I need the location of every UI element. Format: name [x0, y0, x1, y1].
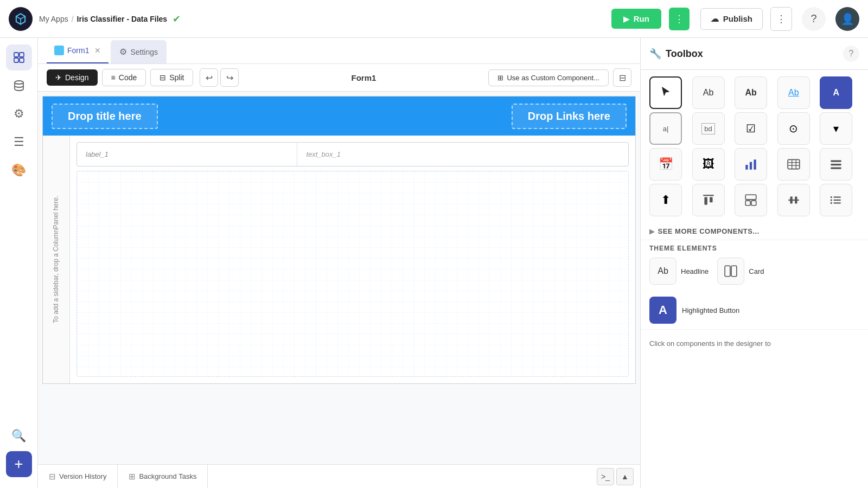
custom-component-label: Use as Custom Component... [507, 74, 599, 82]
sidebar-designer-icon[interactable] [6, 44, 32, 70]
svg-rect-3 [14, 58, 18, 62]
tab-settings[interactable]: ⚙ Settings [111, 40, 167, 63]
highlighted-button-item[interactable]: A Highlighted Button [641, 291, 868, 329]
form1-tab-close[interactable]: ✕ [94, 46, 101, 55]
publish-button[interactable]: ☁ Publish [700, 8, 763, 30]
toolbox-grid: Ab Ab Ab A a| bd ☑ ⊙ ▾ 📅 🖼 [641, 70, 868, 223]
svg-rect-25 [795, 197, 797, 204]
app-link[interactable]: My Apps [39, 15, 68, 23]
undo-button[interactable]: ↩ [200, 68, 218, 87]
custom-component-icon: ⊞ [497, 74, 503, 82]
sidebar-list-icon[interactable]: ☰ [6, 129, 32, 155]
breadcrumb: My Apps / Iris Classifier - Data Files ✔ [39, 13, 181, 25]
nav-drop-title[interactable]: Drop title here [52, 104, 158, 129]
sidebar-theme-icon[interactable]: 🎨 [6, 157, 32, 183]
tool-input-bd[interactable]: bd [692, 112, 725, 145]
tool-calendar[interactable]: 📅 [649, 148, 682, 181]
theme-item-card[interactable]: Card [717, 258, 764, 285]
undo-redo-group: ↩ ↪ [200, 68, 239, 87]
sidebar-settings-icon[interactable]: ⚙ [6, 101, 32, 127]
sidebar-search-icon[interactable]: 🔍 [6, 423, 32, 449]
layout-toggle-button[interactable]: ⊟ [613, 68, 631, 87]
theme-section-title: THEME ELEMENTS [649, 245, 859, 252]
tool-radio[interactable]: ⊙ [777, 112, 810, 145]
form-canvas[interactable]: Drop title here Drop Links here To add a… [38, 92, 640, 464]
tool-input-small[interactable]: a| [649, 112, 682, 145]
tool-list[interactable] [820, 184, 852, 216]
terminal-button[interactable]: >_ [597, 468, 614, 485]
form-input-cell[interactable]: text_box_1 [297, 143, 628, 166]
click-hint-text: Click on components in the designer to [649, 339, 771, 348]
see-more-arrow-icon: ▶ [649, 228, 655, 235]
sidebar-add-button[interactable]: + [6, 451, 32, 477]
tool-align-top[interactable] [692, 184, 725, 216]
svg-rect-20 [745, 195, 756, 200]
user-avatar[interactable]: 👤 [835, 7, 859, 31]
version-history-icon: ⊟ [49, 472, 56, 481]
project-name[interactable]: Iris Classifier - Data Files [77, 15, 168, 23]
tool-upload[interactable]: ⬆ [649, 184, 682, 216]
design-label: Design [65, 73, 89, 82]
status-check-icon: ✔ [173, 13, 181, 25]
bottom-spacer [208, 465, 590, 488]
tool-image[interactable]: 🖼 [692, 148, 725, 181]
tab-form1[interactable]: Form1 ✕ [47, 38, 108, 63]
run-label: Run [634, 14, 649, 23]
bottom-bar: ⊟ Version History ⊞ Background Tasks >_ … [38, 464, 640, 488]
form-sidebar-panel[interactable]: To add a sidebar, drop a ColumnPanel her… [43, 136, 70, 383]
tool-table[interactable] [777, 148, 810, 181]
svg-rect-24 [790, 197, 792, 204]
drop-zone-grid[interactable] [76, 171, 629, 377]
canvas-inner: Drop title here Drop Links here To add a… [42, 96, 636, 384]
version-history-tab[interactable]: ⊟ Version History [38, 465, 118, 488]
tool-checkbox[interactable]: ☑ [735, 112, 767, 145]
app-logo[interactable] [9, 7, 33, 31]
help-button[interactable]: ? [802, 7, 826, 31]
tool-label[interactable]: Ab [692, 76, 725, 109]
svg-point-30 [831, 199, 832, 201]
tool-button[interactable]: A [820, 76, 852, 109]
svg-rect-1 [14, 53, 18, 57]
tool-bar-chart[interactable] [735, 148, 767, 181]
toolbar-right: ⊞ Use as Custom Component... ⊟ [488, 68, 631, 87]
tool-layout[interactable] [735, 184, 767, 216]
right-panel: 🔧 Toolbox ? Ab Ab Ab A a| [640, 38, 868, 488]
svg-rect-14 [831, 160, 842, 162]
tool-dropdown[interactable]: ▾ [820, 112, 852, 145]
collapse-button[interactable]: ▲ [616, 468, 634, 485]
form1-tab-label: Form1 [67, 46, 89, 55]
version-history-label: Version History [59, 472, 106, 480]
tool-form[interactable] [820, 148, 852, 181]
label-1-text: label_1 [86, 150, 108, 158]
split-button[interactable]: ⊟ Split [150, 69, 193, 86]
split-label: Split [169, 73, 184, 82]
theme-item-headline[interactable]: Ab Headline [649, 258, 709, 285]
custom-component-button[interactable]: ⊞ Use as Custom Component... [488, 69, 609, 86]
run-button[interactable]: ▶ Run [611, 9, 661, 29]
sidebar-data-icon[interactable] [6, 73, 32, 99]
design-button[interactable]: ✈ Design [47, 69, 98, 86]
nav-drop-links[interactable]: Drop Links here [512, 104, 627, 129]
tool-cursor[interactable] [649, 76, 682, 109]
publish-more-button[interactable]: ⋮ [770, 7, 792, 31]
cursor-icon [660, 85, 672, 101]
tool-text-bold[interactable]: Ab [735, 76, 767, 109]
left-sidebar: ⚙ ☰ 🎨 🔍 + [0, 38, 38, 488]
tool-spacer-h[interactable] [777, 184, 810, 216]
tool-text-link[interactable]: Ab [777, 76, 810, 109]
headline-icon: Ab [649, 258, 676, 285]
svg-rect-4 [20, 58, 24, 62]
svg-rect-16 [831, 167, 842, 169]
background-tasks-label: Background Tasks [139, 472, 196, 480]
run-more-button[interactable]: ⋮ [669, 8, 690, 30]
code-button[interactable]: ≡ Code [102, 69, 146, 86]
toolbox-help-button[interactable]: ? [843, 46, 859, 62]
sidebar-panel-text: To add a sidebar, drop a ColumnPanel her… [52, 196, 61, 323]
nav-bar[interactable]: Drop title here Drop Links here [43, 97, 635, 136]
form-content: label_1 text_box_1 [70, 136, 635, 383]
see-more-components[interactable]: ▶ SEE MORE COMPONENTS... [641, 223, 868, 240]
redo-button[interactable]: ↪ [220, 68, 239, 87]
designer-area: Drop title here Drop Links here To add a… [38, 92, 640, 464]
play-icon: ▶ [623, 15, 629, 23]
background-tasks-tab[interactable]: ⊞ Background Tasks [118, 465, 208, 488]
